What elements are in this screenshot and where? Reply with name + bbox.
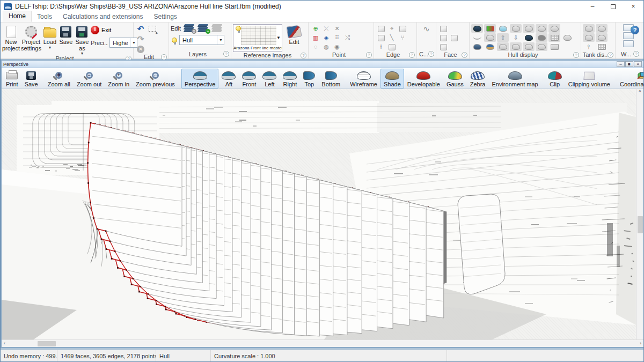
display-curvature-icon[interactable] bbox=[471, 33, 483, 42]
tab-tools[interactable]: Tools bbox=[32, 12, 57, 22]
horizontal-scrollbar[interactable]: ‹ › bbox=[2, 339, 643, 347]
environment-map-button[interactable]: Environment map bbox=[488, 69, 541, 88]
display-controlnet-icon[interactable] bbox=[471, 24, 483, 33]
print-button[interactable]: Print bbox=[3, 69, 21, 88]
close-button[interactable]: × bbox=[623, 1, 643, 12]
exit-button[interactable]: Exit bbox=[91, 26, 137, 34]
display-frames-icon[interactable] bbox=[523, 42, 535, 51]
save-as-caret-icon[interactable]: ▼ bbox=[80, 51, 84, 55]
save-button[interactable]: Save bbox=[58, 24, 74, 46]
front-view-button[interactable]: Front bbox=[239, 69, 259, 88]
display-markers-icon[interactable] bbox=[484, 33, 496, 42]
project-settings-button[interactable]: Project settings bbox=[21, 24, 41, 51]
tab-settings[interactable]: Settings bbox=[148, 12, 182, 22]
layer-visibility-icon[interactable] bbox=[172, 38, 177, 43]
edge-crease-icon[interactable] bbox=[397, 24, 408, 33]
face-new-icon[interactable] bbox=[438, 24, 449, 33]
save-as-button[interactable]: Save as ▼ bbox=[75, 24, 90, 55]
reference-visibility-icon[interactable] bbox=[236, 26, 241, 31]
vertical-scrollbar[interactable]: ˄ bbox=[636, 89, 643, 339]
edge-tree-icon[interactable]: ⱡ bbox=[376, 42, 386, 51]
edge-split-icon[interactable]: ⌖ bbox=[386, 24, 397, 33]
display-seams-icon[interactable] bbox=[536, 42, 547, 51]
add-point-icon[interactable]: ⊕ bbox=[310, 24, 321, 33]
point-intersect-icon[interactable]: ⤬ bbox=[321, 24, 332, 33]
delete-button[interactable]: ✕ bbox=[135, 45, 146, 54]
display-shadow-icon[interactable] bbox=[536, 33, 547, 42]
ribbon-help-icon[interactable]: ? bbox=[631, 26, 639, 34]
left-view-button[interactable]: Left bbox=[259, 69, 280, 88]
point-box-icon[interactable]: ▥ bbox=[310, 33, 321, 42]
zoom-out-button[interactable]: −Zoom out bbox=[74, 69, 105, 88]
zoom-previous-button[interactable]: ←Zoom previous bbox=[133, 69, 178, 88]
view-close-button[interactable]: × bbox=[634, 61, 642, 67]
restore-button[interactable] bbox=[603, 1, 623, 12]
zoom-in-button[interactable]: +Zoom in bbox=[105, 69, 133, 88]
view-maximize-button[interactable]: ■ bbox=[625, 61, 633, 67]
save-view-button[interactable]: Save bbox=[21, 69, 41, 88]
point-collapse-icon[interactable]: ◌ bbox=[310, 42, 321, 51]
gauss-button[interactable]: Gauss bbox=[443, 69, 467, 88]
right-view-button[interactable]: Right bbox=[280, 69, 300, 88]
active-layer-select[interactable]: Hull ▼ bbox=[179, 35, 224, 45]
tank-table-icon[interactable] bbox=[596, 42, 608, 51]
curve-help-icon[interactable]: ? bbox=[428, 51, 434, 57]
vertical-scroll-thumb[interactable] bbox=[638, 216, 643, 233]
tank-help-icon[interactable]: ? bbox=[608, 52, 613, 58]
face-help-icon[interactable]: ? bbox=[462, 52, 467, 58]
edge-collapse-icon[interactable] bbox=[376, 33, 386, 42]
tab-calculations[interactable]: Calculations and extensions bbox=[57, 12, 148, 22]
add-layer-icon[interactable]: + bbox=[198, 24, 209, 32]
view-minimize-button[interactable]: – bbox=[617, 61, 625, 67]
clip-button[interactable]: Clip bbox=[545, 69, 565, 88]
display-photo-icon[interactable] bbox=[523, 33, 535, 42]
new-project-button[interactable]: New project bbox=[2, 24, 20, 51]
clipping-volume-button[interactable]: Clipping volume bbox=[565, 69, 613, 88]
view-title-bar[interactable]: Perspective – ■ × bbox=[2, 61, 643, 68]
selection-tool-button[interactable] bbox=[147, 24, 158, 33]
coordinate-axes-button[interactable]: Coordinate axes bbox=[617, 69, 644, 88]
redo-button[interactable]: ↷ bbox=[135, 34, 146, 43]
zebra-button[interactable]: Zebra bbox=[467, 69, 489, 88]
face-delete-icon[interactable] bbox=[438, 42, 449, 51]
tank-solid-icon[interactable] bbox=[583, 24, 595, 33]
edge-extrude-icon[interactable] bbox=[376, 24, 386, 33]
shade-button[interactable]: Shade bbox=[380, 69, 404, 88]
display-wedge-icon[interactable] bbox=[561, 33, 573, 42]
display-notes-icon[interactable] bbox=[548, 42, 560, 51]
edit-layers-icon[interactable]: ⚙ bbox=[184, 24, 195, 32]
aft-view-button[interactable]: Aft bbox=[218, 69, 239, 88]
display-waterlines-icon[interactable] bbox=[536, 24, 547, 33]
edge-help-icon[interactable]: ? bbox=[409, 52, 415, 58]
zoom-all-button[interactable]: ✥Zoom all bbox=[45, 69, 74, 88]
minimize-button[interactable]: – bbox=[582, 1, 603, 12]
point-diamond-icon[interactable]: ◈ bbox=[321, 33, 332, 42]
auto-group-layer-icon[interactable] bbox=[212, 24, 223, 32]
tab-home[interactable]: Home bbox=[3, 11, 32, 22]
tank-sounding-icon[interactable]: ⫯ bbox=[583, 42, 595, 51]
display-normals-icon[interactable] bbox=[484, 24, 496, 33]
perspective-view-button[interactable]: Perspective bbox=[181, 69, 218, 88]
developable-button[interactable]: Developable bbox=[404, 69, 443, 88]
wireframe-button[interactable]: Wireframe bbox=[347, 69, 380, 88]
point-cross-icon[interactable]: ✕ bbox=[332, 24, 342, 33]
scroll-up-arrow[interactable]: ˄ bbox=[639, 89, 641, 94]
scroll-left-arrow[interactable]: ‹ bbox=[4, 341, 5, 346]
edge-pillar-icon[interactable] bbox=[386, 42, 397, 51]
bottom-view-button[interactable]: Bottom bbox=[318, 69, 343, 88]
load-caret-icon[interactable]: ▼ bbox=[48, 46, 52, 49]
display-buttocks-icon[interactable] bbox=[523, 24, 535, 33]
face-mirror-icon[interactable] bbox=[449, 33, 459, 42]
display-up-icon[interactable]: ⇧ bbox=[497, 33, 509, 42]
point-move-icon[interactable]: ⤮ bbox=[342, 33, 353, 42]
edge-insert-icon[interactable]: ╲ bbox=[386, 33, 397, 42]
load-button[interactable]: Load ▼ bbox=[42, 24, 57, 49]
face-flip-icon[interactable] bbox=[438, 33, 449, 42]
tank-shade-icon[interactable] bbox=[583, 33, 595, 42]
scroll-right-arrow[interactable]: › bbox=[640, 341, 641, 346]
curve-tool-icon[interactable]: ∿ bbox=[421, 24, 432, 33]
point-insert-icon[interactable]: ◍ bbox=[321, 42, 332, 51]
reference-caret-icon[interactable]: ▼ bbox=[276, 35, 281, 40]
display-grid-icon[interactable] bbox=[548, 33, 560, 42]
display-stations-icon[interactable] bbox=[510, 24, 522, 33]
